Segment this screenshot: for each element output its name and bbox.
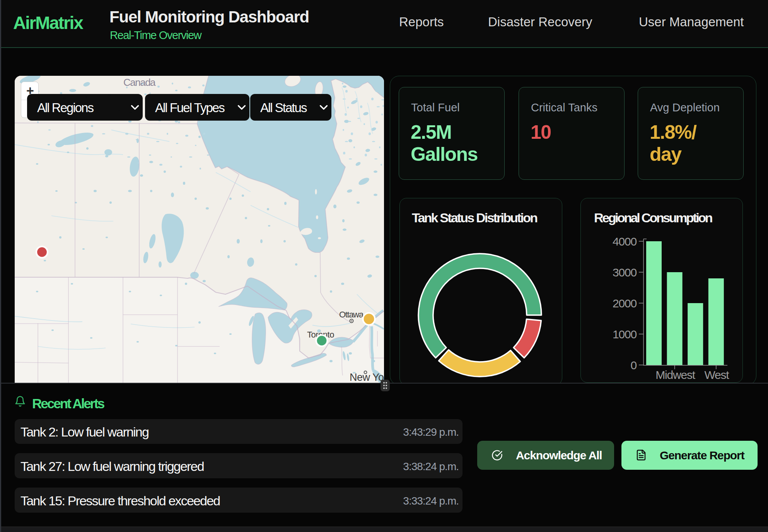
- svg-text:Midwest: Midwest: [655, 368, 695, 381]
- svg-text:2000: 2000: [613, 297, 637, 310]
- svg-text:0: 0: [631, 359, 637, 372]
- svg-text:West: West: [705, 368, 730, 381]
- svg-text:Ottawa: Ottawa: [339, 310, 364, 319]
- svg-text:1000: 1000: [613, 328, 637, 341]
- svg-text:Canada: Canada: [123, 77, 156, 88]
- svg-text:New York: New York: [350, 372, 384, 383]
- svg-text:3000: 3000: [613, 266, 637, 279]
- svg-text:4000: 4000: [613, 235, 637, 248]
